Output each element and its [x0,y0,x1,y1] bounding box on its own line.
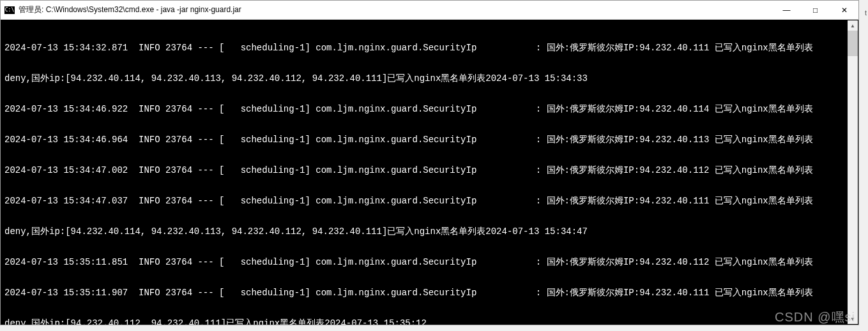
vertical-scrollbar[interactable]: ▲ ▼ [848,20,858,324]
log-line: 2024-07-13 15:34:47.037 INFO 23764 --- [… [4,196,855,206]
title-left: C:\ 管理员: C:\Windows\System32\cmd.exe - j… [4,4,241,15]
terminal-output[interactable]: 2024-07-13 15:34:32.871 INFO 23764 --- [… [1,20,858,325]
title-bar[interactable]: C:\ 管理员: C:\Windows\System32\cmd.exe - j… [1,1,858,20]
log-line: deny,国外ip:[94.232.40.114, 94.232.40.113,… [4,73,855,84]
scroll-thumb[interactable] [848,31,858,56]
log-line: 2024-07-13 15:35:11.907 INFO 23764 --- [… [4,288,855,298]
side-truncated-char: t [865,9,867,17]
scroll-down-button[interactable]: ▼ [848,314,858,324]
console-window: C:\ 管理员: C:\Windows\System32\cmd.exe - j… [0,0,859,325]
log-line: 2024-07-13 15:34:46.964 INFO 23764 --- [… [4,135,855,145]
log-line: deny,国外ip:[94.232.40.114, 94.232.40.113,… [4,226,855,237]
log-line: deny,国外ip:[94.232.40.112, 94.232.40.111]… [4,318,855,325]
window-title: 管理员: C:\Windows\System32\cmd.exe - java … [19,4,241,15]
log-line: 2024-07-13 15:35:11.851 INFO 23764 --- [… [4,257,855,267]
close-button[interactable]: ✕ [830,1,858,19]
log-line: 2024-07-13 15:34:47.002 INFO 23764 --- [… [4,165,855,175]
minimize-button[interactable]: — [772,1,801,19]
window-controls: — □ ✕ [772,1,858,19]
cmd-icon: C:\ [4,6,15,14]
log-line: 2024-07-13 15:34:46.922 INFO 23764 --- [… [4,104,855,114]
maximize-button[interactable]: □ [801,1,830,19]
log-line: 2024-07-13 15:34:32.871 INFO 23764 --- [… [4,43,855,53]
scroll-up-button[interactable]: ▲ [848,20,858,31]
